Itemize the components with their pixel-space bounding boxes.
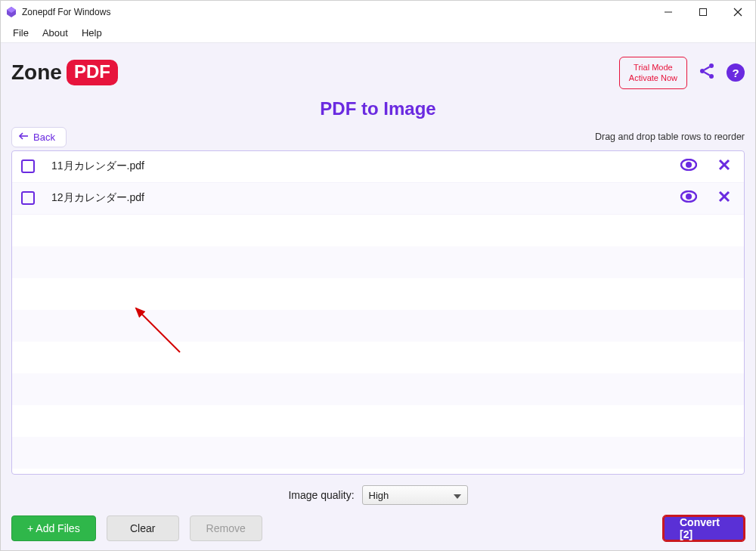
maximize-button[interactable] xyxy=(686,1,720,23)
svg-point-17 xyxy=(686,193,692,200)
svg-line-9 xyxy=(705,67,710,70)
app-body: Zone PDF Trial Mode Activate Now ? PDF t… xyxy=(1,43,755,550)
window-title: Zonepdf For Windows xyxy=(22,7,110,17)
svg-point-8 xyxy=(709,74,714,79)
file-name: 12月カレンダー.pdf xyxy=(51,191,680,205)
app-icon xyxy=(5,6,17,18)
checkbox[interactable] xyxy=(21,191,35,205)
quality-value: High xyxy=(369,490,389,501)
logo-text: Zone xyxy=(11,60,62,85)
add-files-button[interactable]: + Add Files xyxy=(11,515,96,541)
page-title: PDF to Image xyxy=(11,98,745,119)
reorder-hint: Drag and drop table rows to reorder xyxy=(595,132,745,142)
help-icon[interactable]: ? xyxy=(727,63,745,82)
arrow-left-icon xyxy=(18,132,29,143)
menu-file[interactable]: File xyxy=(13,27,29,39)
clear-button[interactable]: Clear xyxy=(107,515,179,541)
window-controls xyxy=(651,1,755,23)
sub-row: Back Drag and drop table rows to reorder xyxy=(11,127,745,147)
svg-line-10 xyxy=(705,73,710,76)
row-actions xyxy=(680,190,730,206)
remove-icon[interactable] xyxy=(718,159,730,174)
footer-left: + Add Files Clear Remove xyxy=(11,515,262,541)
preview-icon[interactable] xyxy=(680,159,697,174)
header-right: Trial Mode Activate Now ? xyxy=(619,57,745,89)
back-label: Back xyxy=(33,132,55,143)
chevron-down-icon xyxy=(454,490,461,501)
quality-row: Image quality: High xyxy=(11,485,745,505)
share-icon[interactable] xyxy=(698,62,716,83)
svg-point-6 xyxy=(709,63,714,68)
table-row[interactable]: 12月カレンダー.pdf xyxy=(12,183,744,215)
menu-help[interactable]: Help xyxy=(82,27,102,39)
file-name: 11月カレンダー.pdf xyxy=(51,159,680,173)
trial-line1: Trial Mode xyxy=(629,62,677,73)
back-button[interactable]: Back xyxy=(11,127,67,147)
header-row: Zone PDF Trial Mode Activate Now ? xyxy=(11,57,745,89)
svg-marker-21 xyxy=(454,494,461,499)
remove-icon[interactable] xyxy=(718,190,730,206)
file-table: 11月カレンダー.pdf 12月カレンダー.pdf xyxy=(11,150,745,475)
convert-button[interactable]: Convert [2] xyxy=(663,515,745,541)
preview-icon[interactable] xyxy=(680,190,697,206)
table-row[interactable]: 11月カレンダー.pdf xyxy=(12,151,744,183)
trial-mode-button[interactable]: Trial Mode Activate Now xyxy=(619,57,687,89)
menu-about[interactable]: About xyxy=(42,27,68,39)
logo: Zone PDF xyxy=(11,60,118,85)
checkbox[interactable] xyxy=(21,159,35,173)
quality-select[interactable]: High xyxy=(362,485,468,505)
svg-rect-3 xyxy=(700,9,707,16)
menubar: File About Help xyxy=(1,23,755,43)
close-button[interactable] xyxy=(720,1,755,23)
titlebar: Zonepdf For Windows xyxy=(1,1,755,23)
trial-line2: Activate Now xyxy=(629,73,677,83)
footer-row: + Add Files Clear Remove Convert [2] xyxy=(11,515,745,541)
svg-point-13 xyxy=(686,162,692,168)
quality-label: Image quality: xyxy=(288,489,354,501)
svg-point-7 xyxy=(700,69,705,73)
row-actions xyxy=(680,159,730,174)
app-window: Zonepdf For Windows File About Help Zone… xyxy=(0,0,756,551)
logo-badge: PDF xyxy=(67,60,118,85)
remove-button[interactable]: Remove xyxy=(190,515,262,541)
minimize-button[interactable] xyxy=(651,1,686,23)
titlebar-left: Zonepdf For Windows xyxy=(5,6,110,18)
